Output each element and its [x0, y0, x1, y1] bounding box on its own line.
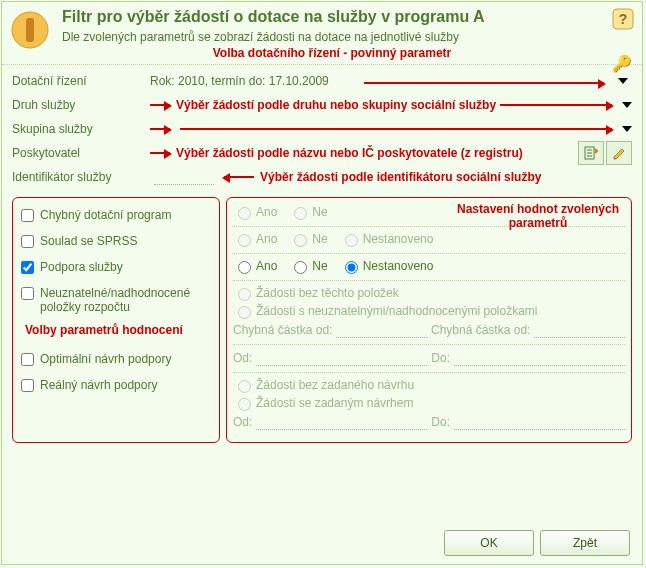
- check-label: Reálný návrh podpory: [40, 378, 157, 392]
- check-optimalni-navrh[interactable]: Optimální návrh podpory: [19, 352, 213, 366]
- checkbox[interactable]: [21, 209, 34, 222]
- back-button[interactable]: Zpět: [540, 530, 630, 556]
- check-soulad-sprss[interactable]: Soulad se SPRSS: [19, 234, 213, 248]
- radio-label: Ne: [312, 205, 327, 219]
- radio-bez-polozek[interactable]: [238, 288, 251, 301]
- radio-nestanoveno[interactable]: [345, 261, 358, 274]
- header: ? 🔑 Filtr pro výběr žádostí o dotace na …: [2, 2, 642, 65]
- checkbox[interactable]: [21, 353, 34, 366]
- separator: [233, 344, 625, 345]
- radio-label: Žádosti se zadaným návrhem: [256, 396, 413, 410]
- value-druh-sluzby[interactable]: Výběr žádostí podle druhu nebo skupiny s…: [150, 98, 632, 112]
- value-identifikator[interactable]: Výběr žádosti podle identifikátoru sociá…: [150, 170, 632, 185]
- radio-label: Ano: [256, 205, 277, 219]
- label-od: Od:: [233, 415, 252, 429]
- radio-ne[interactable]: [294, 234, 307, 247]
- annotation-provider: Výběr žádosti podle názvu nebo IČ poskyt…: [176, 146, 523, 160]
- value-skupina-sluzby[interactable]: [150, 126, 632, 132]
- annotation-arrow: [150, 104, 170, 106]
- check-label: Optimální návrh podpory: [40, 352, 171, 366]
- check-neuznatelne[interactable]: Neuznatelné/nadhodnocené položky rozpočt…: [19, 286, 213, 314]
- radio-label: Ne: [312, 259, 327, 273]
- radio-ano[interactable]: [238, 234, 251, 247]
- panel-right: Nastavení hodnot zvolených parametrů Ano…: [226, 197, 632, 443]
- identifikator-input[interactable]: [154, 170, 214, 185]
- checkbox[interactable]: [21, 261, 34, 274]
- radio-nestanoveno[interactable]: [345, 234, 358, 247]
- dropdown-icon[interactable]: [618, 78, 628, 84]
- annotation-arrow: [364, 82, 604, 84]
- group-podpora-sluzby: Ano Ne Nestanoveno: [233, 258, 625, 274]
- radio-ne[interactable]: [294, 207, 307, 220]
- checkbox[interactable]: [21, 235, 34, 248]
- label-od: Od:: [233, 351, 252, 365]
- label-poskytovatel: Poskytovatel: [12, 146, 150, 160]
- dropdown-icon[interactable]: [622, 102, 632, 108]
- row-dotacni-rizeni: Dotační řízení Rok: 2010, termín do: 17.…: [12, 69, 632, 93]
- separator: [233, 372, 625, 373]
- radio-label: Ano: [256, 259, 277, 273]
- radio-label: Žádosti bez těchto položek: [256, 286, 399, 300]
- group-neuznatelne: Žádosti bez těchto položek Žádosti s neu…: [233, 285, 625, 338]
- label-skupina-sluzby: Skupina služby: [12, 122, 150, 136]
- annotation-left-panel: Volby parametrů hodnocení: [19, 320, 213, 348]
- annotation-right-panel: Nastavení hodnot zvolených parametrů: [453, 202, 623, 230]
- dropdown-icon[interactable]: [622, 126, 632, 132]
- dialog-subtitle: Dle zvolených parametrů se zobrazí žádos…: [62, 30, 632, 44]
- annotation-arrow: [500, 104, 612, 106]
- check-realny-navrh[interactable]: Reálný návrh podpory: [19, 378, 213, 392]
- row-poskytovatel: Poskytovatel Výběr žádosti podle názvu n…: [12, 141, 632, 165]
- radio-ne[interactable]: [294, 261, 307, 274]
- input-chybna-do[interactable]: [534, 321, 625, 338]
- annotation-arrow: [150, 152, 170, 154]
- check-label: Chybný dotační program: [40, 208, 171, 222]
- lookup-button[interactable]: [578, 141, 604, 165]
- check-label: Podpora služby: [40, 260, 123, 274]
- radio-s-navrhem[interactable]: [238, 398, 251, 411]
- annotation-arrow: [150, 128, 170, 130]
- dialog-title: Filtr pro výběr žádostí o dotace na služ…: [62, 8, 632, 26]
- label-chybna-od: Chybná částka od:: [233, 323, 332, 337]
- input-do[interactable]: [454, 413, 625, 430]
- row-identifikator: Identifikátor služby Výběr žádosti podle…: [12, 165, 632, 189]
- row-skupina-sluzby: Skupina služby: [12, 117, 632, 141]
- input-chybna-od[interactable]: [336, 321, 427, 338]
- clear-button[interactable]: [606, 141, 632, 165]
- app-icon: [10, 10, 50, 50]
- radio-label: Žádosti s neuznatelnými/nadhodnocenými p…: [256, 304, 538, 318]
- check-podpora-sluzby[interactable]: Podpora služby: [19, 260, 213, 274]
- checkbox[interactable]: [21, 287, 34, 300]
- panels-area: Chybný dotační program Soulad se SPRSS P…: [2, 191, 642, 443]
- radio-label: Žádosti bez zadaného návrhu: [256, 378, 414, 392]
- radio-label: Ne: [312, 232, 327, 246]
- radio-bez-navrhu[interactable]: [238, 380, 251, 393]
- text-dotacni-rizeni: Rok: 2010, termín do: 17.10.2009: [150, 74, 329, 88]
- button-bar: OK Zpět: [444, 530, 630, 556]
- radio-label: Ano: [256, 232, 277, 246]
- annotation-arrow: [180, 128, 612, 130]
- value-dotacni-rizeni[interactable]: Rok: 2010, termín do: 17.10.2009: [150, 74, 632, 88]
- input-od[interactable]: [256, 413, 427, 430]
- annotation-arrow: [224, 176, 254, 178]
- annotation-top: Volba dotačního řízení - povinný paramet…: [62, 46, 632, 60]
- label-dotacni-rizeni: Dotační řízení: [12, 74, 150, 88]
- label-druh-sluzby: Druh služby: [12, 98, 150, 112]
- input-do[interactable]: [454, 349, 625, 366]
- input-od[interactable]: [256, 349, 427, 366]
- panel-left: Chybný dotační program Soulad se SPRSS P…: [12, 197, 220, 443]
- radio-s-polozkami[interactable]: [238, 306, 251, 319]
- checkbox[interactable]: [21, 379, 34, 392]
- annotation-identifier: Výběr žádosti podle identifikátoru sociá…: [260, 170, 541, 184]
- radio-ano[interactable]: [238, 207, 251, 220]
- svg-rect-1: [26, 18, 34, 42]
- ok-button[interactable]: OK: [444, 530, 534, 556]
- radio-label: Nestanoveno: [363, 232, 434, 246]
- svg-text:?: ?: [619, 11, 628, 27]
- check-chybny-program[interactable]: Chybný dotační program: [19, 208, 213, 222]
- check-label: Neuznatelné/nadhodnocené položky rozpočt…: [40, 286, 213, 314]
- group-soulad-sprss: Ano Ne Nestanoveno: [233, 231, 625, 247]
- annotation-service-kind: Výběr žádostí podle druhu nebo skupiny s…: [176, 98, 496, 112]
- separator: [233, 253, 625, 254]
- radio-ano[interactable]: [238, 261, 251, 274]
- help-icon[interactable]: ?: [612, 8, 634, 30]
